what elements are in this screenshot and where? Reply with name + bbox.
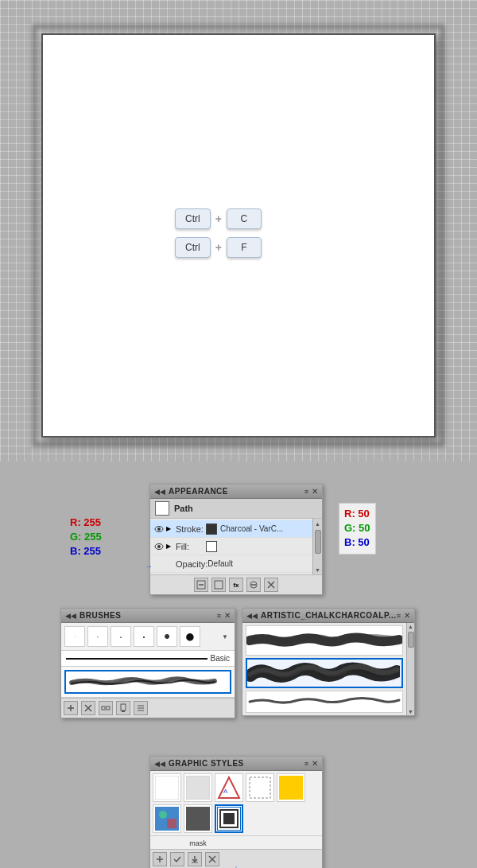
artistic-brush-2-selected[interactable] [246, 658, 403, 688]
stroke-swatch[interactable] [206, 524, 217, 535]
style-image[interactable] [153, 804, 181, 833]
rgb-left-indicator: R: 255 G: 255 B: 255 [70, 516, 102, 559]
artistic-scroll-thumb[interactable] [408, 632, 414, 648]
artistic-collapse-icon[interactable]: ◀◀ [246, 612, 258, 620]
fill-expand-icon[interactable]: ▶ [166, 543, 174, 551]
key-f[interactable]: F [227, 237, 262, 258]
brush-dot-4[interactable]: · [134, 626, 154, 647]
add-effect-btn[interactable]: fx [229, 578, 243, 592]
artistic-content: ▲ ▼ [242, 623, 414, 715]
style-arrow[interactable]: A [215, 773, 243, 802]
appearance-panel: ◀◀ APPEARANCE ≡ ✕ Path ▶ Stroke: Charcoa… [149, 484, 323, 595]
artistic-scroll-down[interactable]: ▼ [407, 708, 414, 715]
style-yellow[interactable] [277, 773, 305, 802]
brushes-collapse-icon[interactable]: ◀◀ [65, 612, 76, 620]
brush-selected-stroke[interactable] [64, 670, 231, 694]
canvas-area: Ctrl + C Ctrl + F [0, 0, 477, 461]
rgb-left-g: G: 255 [70, 530, 102, 544]
scroll-thumb[interactable] [315, 530, 321, 554]
delete-brush-btn[interactable] [81, 701, 95, 715]
brush-dot-5[interactable]: • [157, 626, 177, 647]
brush-selected-area[interactable] [61, 667, 235, 698]
add-new-stroke-btn[interactable] [194, 578, 208, 592]
chalk-stroke-svg [68, 673, 219, 689]
clear-appearance-btn[interactable] [246, 578, 261, 592]
appearance-scrollbar[interactable]: ▲ ▼ [312, 519, 322, 574]
appearance-footer: fx [150, 574, 322, 594]
key-ctrl-1[interactable]: Ctrl [175, 208, 211, 229]
fill-swatch[interactable] [206, 541, 217, 552]
brushes-menu-icon[interactable]: ≡ [217, 612, 221, 620]
apply-arrow-icon[interactable]: ↓ [234, 862, 239, 868]
panel-collapse-icon[interactable]: ◀◀ [154, 488, 165, 496]
fill-eye-icon[interactable] [153, 541, 165, 552]
brush-circle[interactable]: ● [180, 626, 200, 647]
styles-menu-icon[interactable]: ≡ [304, 760, 308, 768]
artistic-scroll-up[interactable]: ▲ [407, 623, 414, 630]
artistic-brush-3[interactable] [246, 691, 403, 713]
brush-basic-area: Basic [61, 651, 235, 667]
style-gray[interactable] [184, 773, 212, 802]
paint-brush-btn[interactable] [116, 701, 130, 715]
shortcut-copy: Ctrl + C [175, 208, 262, 229]
opacity-row[interactable]: Opacity: Default [150, 555, 312, 573]
brush-library-btn[interactable] [134, 701, 148, 715]
brush-options-btn[interactable] [99, 701, 113, 715]
styles-footer: ↓ [150, 849, 322, 868]
delete-item-btn[interactable] [264, 578, 278, 592]
appearance-close-btn[interactable]: ✕ [312, 487, 318, 496]
stroke-expand-icon[interactable]: ▶ [166, 525, 174, 533]
svg-point-33 [159, 811, 167, 819]
brush-dot-2[interactable]: · [87, 626, 108, 647]
style-dotted[interactable] [246, 773, 274, 802]
stroke-eye-icon[interactable] [153, 524, 165, 535]
style-dark-space [153, 838, 181, 847]
svg-point-1 [157, 527, 161, 531]
styles-close-btn[interactable]: ✕ [312, 759, 318, 768]
path-label: Path [174, 504, 193, 513]
appearance-path-header: Path [150, 499, 322, 519]
style-selected-mask[interactable] [215, 804, 243, 833]
artistic-close-btn[interactable]: ✕ [404, 611, 410, 620]
artistic-scrollbar[interactable]: ▲ ▼ [406, 623, 414, 715]
fill-arrow-indicator: → [145, 562, 153, 570]
scroll-down-icon[interactable]: ▼ [313, 565, 323, 574]
brushes-titlebar: ◀◀ BRUSHES ≡ ✕ [61, 609, 235, 623]
artistic-panel: ◀◀ ARTISTIC_CHALKCHARCOALP... ≡ ✕ [242, 608, 415, 716]
brush-basic-label: Basic [211, 654, 230, 663]
artistic-brush-list [242, 623, 406, 715]
artistic-menu-icon[interactable]: ≡ [397, 612, 401, 620]
brush-scroll-down[interactable]: ▼ [222, 633, 231, 640]
styles-collapse-icon[interactable]: ◀◀ [154, 760, 165, 768]
new-brush-btn[interactable] [64, 701, 78, 715]
stroke-value[interactable]: Charcoal - VarC... [220, 524, 309, 533]
scroll-up-icon[interactable]: ▲ [313, 519, 323, 528]
opacity-value[interactable]: Default [207, 559, 309, 568]
styles-titlebar: ◀◀ GRAPHIC STYLES ≡ ✕ [150, 757, 322, 771]
style-dark[interactable] [184, 804, 212, 833]
shortcut-paste-front: Ctrl + F [175, 237, 262, 258]
brushes-footer [61, 698, 235, 718]
new-style-btn[interactable] [153, 852, 167, 866]
stroke-row[interactable]: ▶ Stroke: Charcoal - VarC... [150, 520, 312, 538]
svg-rect-15 [121, 704, 126, 710]
add-new-fill-btn[interactable] [211, 578, 226, 592]
plus-icon-1: + [215, 212, 222, 225]
brushes-title: BRUSHES [80, 611, 121, 620]
brushes-close-btn[interactable]: ✕ [224, 611, 231, 620]
brush-dot-1[interactable]: · [64, 626, 85, 647]
delete-style-btn[interactable] [205, 852, 219, 866]
brush-dot-3[interactable]: · [111, 626, 131, 647]
apply-style-btn[interactable] [170, 852, 184, 866]
key-ctrl-2[interactable]: Ctrl [175, 237, 211, 258]
panel-menu-icon[interactable]: ≡ [304, 488, 308, 496]
brushes-panel: ◀◀ BRUSHES ≡ ✕ · · · · • ● ▼ [60, 608, 235, 718]
fill-row[interactable]: ▶ Fill: [150, 538, 312, 555]
import-style-btn[interactable] [188, 852, 202, 866]
key-c[interactable]: C [227, 208, 262, 229]
artistic-brush-1[interactable] [246, 625, 403, 656]
svg-rect-25 [217, 776, 241, 800]
rgb-left-b: B: 255 [70, 544, 102, 559]
style-white[interactable] [153, 773, 181, 802]
brush-stroke-preview [66, 658, 207, 660]
